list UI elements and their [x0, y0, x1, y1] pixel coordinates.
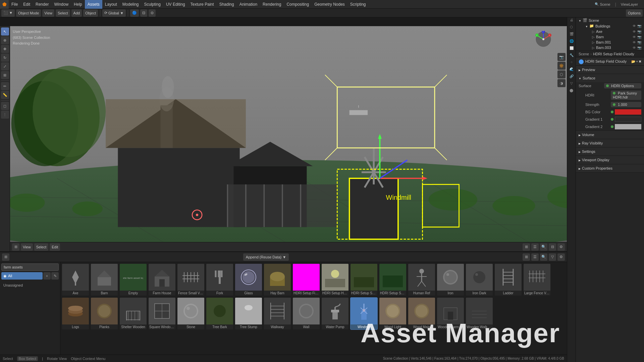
asset-iron[interactable]: Iron: [437, 263, 464, 296]
asset-wall[interactable]: Wall: [292, 297, 320, 330]
select-btn[interactable]: Select: [56, 9, 70, 17]
props-world-icon[interactable]: 🌐: [568, 38, 575, 44]
barn-visibility[interactable]: 👁: [633, 35, 636, 39]
tool-select[interactable]: ↖: [1, 27, 9, 36]
props-constraints-icon[interactable]: 🔗: [568, 73, 575, 79]
asset-largefence[interactable]: Large Fence Veg...: [523, 263, 551, 296]
props-particles-icon[interactable]: ⁘: [568, 59, 575, 65]
main-viewport[interactable]: Windmill: [10, 26, 567, 251]
asset-search-input[interactable]: [1, 263, 59, 271]
material-delete-icon[interactable]: ✖: [639, 60, 641, 63]
workspace-layout[interactable]: Layout: [102, 0, 120, 9]
tree-scene[interactable]: 🎬 Scene: [576, 17, 644, 23]
asset-haybarn[interactable]: Hay Barn: [264, 263, 291, 296]
asset-fence-small[interactable]: Fence Small Veg...: [177, 263, 205, 296]
viewport-shading-btn[interactable]: ◑: [557, 79, 566, 87]
edit-menu-btn[interactable]: Edit: [50, 243, 60, 251]
hdri-value[interactable]: Park Sunny HDRl.hdr: [611, 90, 641, 100]
workspace-animation[interactable]: Animation: [237, 0, 260, 9]
menu-edit[interactable]: Edit: [20, 0, 33, 9]
asset-squarewindow[interactable]: Square Window 9 ...: [148, 297, 176, 330]
asset-stone[interactable]: Stone: [177, 297, 205, 330]
volume-header[interactable]: Volume: [576, 131, 644, 139]
tool-scale[interactable]: ⤢: [1, 62, 9, 70]
menu-window[interactable]: Window: [51, 0, 71, 9]
breadcrumb-scene[interactable]: Scene: [579, 52, 589, 56]
options-btn[interactable]: Options: [626, 9, 643, 17]
asset-hdri-sunny2[interactable]: HDRI Setup Sunny ...: [379, 263, 407, 296]
tool-cursor[interactable]: ⊕: [1, 36, 9, 44]
tool-extra[interactable]: ⋮: [1, 111, 9, 119]
props-view-icon[interactable]: ⬡: [568, 23, 575, 30]
gradient2-swatch[interactable]: [615, 124, 641, 129]
barn003-render[interactable]: 📷: [637, 46, 641, 50]
append-btn[interactable]: Append (Reuse Data) ▼: [243, 253, 289, 261]
surface-header[interactable]: Surface: [576, 74, 644, 82]
viewport-overlay-btn[interactable]: ⬡: [557, 70, 566, 78]
asset-hdri-sunny1[interactable]: HDRI Setup Sunny ...: [350, 263, 378, 296]
asset-woodwalkway[interactable]: Wooden Walkway: [466, 297, 493, 330]
asset-glass[interactable]: Glass: [235, 263, 262, 296]
more-btn[interactable]: ⚙: [557, 253, 565, 261]
barn003-visibility[interactable]: 👁: [633, 46, 636, 50]
menu-help[interactable]: Help: [71, 0, 85, 9]
barn001-render[interactable]: 📷: [637, 41, 641, 44]
asset-treebark[interactable]: Tree Bark: [206, 297, 233, 330]
workspace-uv[interactable]: UV Editing: [163, 0, 188, 9]
asset-logs[interactable]: Logs: [62, 297, 89, 330]
filter-assets-btn[interactable]: ⊟: [549, 243, 556, 251]
ray-visibility-header[interactable]: Ray Visibility: [576, 139, 644, 147]
asset-empty[interactable]: complete farm asset top view Empty: [119, 263, 147, 296]
tree-axe[interactable]: ▷ Axe 👁 📷: [576, 29, 644, 34]
tree-buildings[interactable]: 📁 Buildings 👁 📷: [576, 23, 644, 29]
filter-all-btn[interactable]: ◉ All: [1, 272, 43, 280]
menu-render[interactable]: Render: [33, 0, 51, 9]
editor-type-btn[interactable]: ⊞: [12, 243, 19, 251]
viewport-axes[interactable]: X Y Z: [535, 31, 552, 48]
settings-header[interactable]: Settings: [576, 147, 644, 156]
asset-grid-area[interactable]: Axe Barn complete farm asset top view: [60, 262, 567, 362]
surface-field-value[interactable]: HDRI Options: [604, 83, 641, 88]
filter-unassigned[interactable]: Unassigned: [1, 282, 59, 289]
asset-woodfarm[interactable]: Wooden Farm Door: [437, 297, 464, 330]
tool-annotate[interactable]: ✏: [1, 82, 9, 90]
axe-visibility[interactable]: 👁: [633, 30, 636, 34]
asset-windmill[interactable]: Windmill: [350, 297, 378, 330]
asset-settings-btn[interactable]: ⚙: [557, 243, 565, 251]
asset-farmhouse[interactable]: Farm House: [148, 263, 176, 296]
asset-waterpump[interactable]: Water Pump: [321, 297, 349, 330]
workspace-modeling[interactable]: Modeling: [120, 0, 142, 9]
search-assets-btn[interactable]: 🔍: [540, 243, 547, 251]
viewport-camera-btn[interactable]: 📷: [557, 53, 566, 61]
workspace-shading[interactable]: Shading: [217, 0, 237, 9]
engine-select[interactable]: ⬛ ▼: [1, 9, 15, 17]
workspace-assets[interactable]: Assets: [85, 0, 102, 9]
axe-render[interactable]: 📷: [637, 30, 641, 34]
asset-hdri-harbor[interactable]: HDRI Setup Harbor: [321, 263, 349, 296]
edit-catalog-btn[interactable]: ✎: [51, 272, 59, 280]
asset-ladder[interactable]: Ladder: [494, 263, 522, 296]
workspace-compositing[interactable]: Compositing: [284, 0, 312, 9]
view-menu-btn[interactable]: View: [21, 243, 33, 251]
view-btn[interactable]: View: [42, 9, 54, 17]
buildings-visibility[interactable]: 👁: [633, 24, 636, 28]
menu-file[interactable]: File: [9, 0, 20, 9]
asset-barn[interactable]: Barn: [91, 263, 118, 296]
material-new-icon[interactable]: +: [636, 60, 638, 63]
tree-barn001[interactable]: ▷ Barn.001 👁 📷: [576, 40, 644, 45]
asset-panel-type-btn[interactable]: ⊞: [2, 253, 9, 261]
props-physics-icon[interactable]: 🌊: [568, 66, 575, 72]
tool-transform[interactable]: ⊞: [1, 71, 9, 79]
props-object-icon[interactable]: ⬜: [568, 45, 575, 51]
asset-fork[interactable]: Fork: [206, 263, 233, 296]
filter-btn[interactable]: ▽: [549, 253, 556, 261]
asset-shelter[interactable]: Shelter Wooden: [119, 297, 147, 330]
barn-render[interactable]: 📷: [637, 35, 641, 39]
asset-planks[interactable]: Planks: [91, 297, 118, 330]
asset-walkway[interactable]: Walkway: [264, 297, 291, 330]
workspace-geometry[interactable]: Geometry Nodes: [312, 0, 347, 9]
search-btn[interactable]: 🔍: [540, 253, 547, 261]
asset-axe[interactable]: Axe: [62, 263, 89, 296]
props-modifier-icon[interactable]: 🔧: [568, 52, 575, 58]
snap-btn[interactable]: 🔵: [130, 9, 139, 17]
